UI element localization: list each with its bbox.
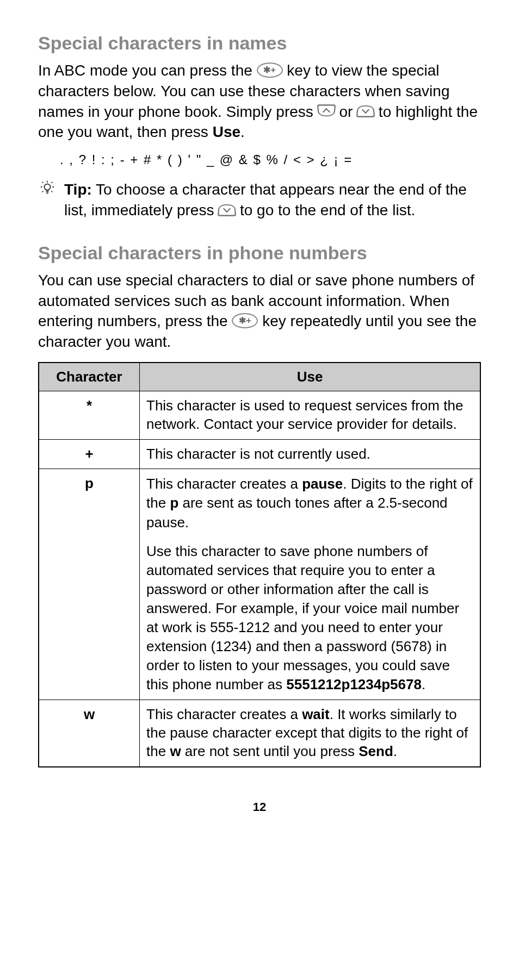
table-header-row: Character Use bbox=[39, 363, 480, 391]
star-key-label: ✱+ bbox=[263, 65, 275, 74]
char-cell: * bbox=[39, 391, 140, 439]
text-bold: p bbox=[170, 495, 178, 511]
text-fragment: In ABC mode you can press the bbox=[38, 62, 257, 79]
table-row: w This character creates a wait. It work… bbox=[39, 700, 480, 767]
text-bold: pause bbox=[302, 476, 343, 492]
star-key-icon: ✱+ bbox=[257, 63, 283, 78]
text-fragment: or bbox=[335, 103, 357, 120]
para-names-intro: In ABC mode you can press the ✱+ key to … bbox=[38, 60, 481, 142]
text-fragment: to go to the end of the list. bbox=[236, 202, 415, 219]
svg-point-0 bbox=[44, 184, 50, 190]
special-chars-table: Character Use * This character is used t… bbox=[38, 362, 481, 767]
text-bold: wait bbox=[302, 706, 330, 722]
text-fragment: . bbox=[422, 676, 425, 692]
text-bold: w bbox=[170, 743, 181, 759]
page-number: 12 bbox=[38, 800, 481, 814]
use-cell: This character is not currently used. bbox=[140, 439, 481, 469]
text-fragment: This character creates a bbox=[146, 476, 302, 492]
text-bold: Send bbox=[359, 743, 393, 759]
use-cell: This character creates a wait. It works … bbox=[140, 700, 481, 767]
heading-special-chars-numbers: Special characters in phone numbers bbox=[38, 242, 481, 264]
para-numbers-intro: You can use special characters to dial o… bbox=[38, 270, 481, 352]
star-key-label: ✱+ bbox=[239, 316, 251, 325]
col-header-character: Character bbox=[39, 363, 140, 391]
char-cell: p bbox=[39, 469, 140, 700]
nav-down-key-icon bbox=[218, 204, 237, 216]
char-cell: + bbox=[39, 439, 140, 469]
nav-down-key-icon bbox=[356, 105, 375, 117]
tip-label: Tip: bbox=[64, 181, 92, 198]
table-row: + This character is not currently used. bbox=[39, 439, 480, 469]
tip-block: Tip: To choose a character that appears … bbox=[38, 179, 481, 221]
text-fragment: Use this character to save phone numbers… bbox=[146, 543, 459, 693]
nav-up-key-icon bbox=[317, 104, 336, 116]
text-fragment: are not sent until you press bbox=[181, 743, 359, 759]
use-cell: This character is used to request servic… bbox=[140, 391, 481, 439]
text-fragment: . bbox=[240, 123, 245, 140]
text-fragment: are sent as touch tones after a 2.5-seco… bbox=[146, 495, 448, 530]
col-header-use: Use bbox=[140, 363, 481, 391]
use-label: Use bbox=[213, 123, 240, 140]
table-row: * This character is used to request serv… bbox=[39, 391, 480, 439]
special-chars-list: . , ? ! : ; - + # * ( ) ' " _ @ & $ % / … bbox=[60, 152, 481, 167]
use-cell: This character creates a pause. Digits t… bbox=[140, 469, 481, 700]
text-fragment: This character creates a bbox=[146, 706, 302, 722]
star-key-icon: ✱+ bbox=[232, 313, 258, 328]
table-row: p This character creates a pause. Digits… bbox=[39, 469, 480, 700]
heading-special-chars-names: Special characters in names bbox=[38, 33, 481, 54]
tip-text: Tip: To choose a character that appears … bbox=[64, 179, 481, 221]
text-fragment: . bbox=[393, 743, 397, 759]
tip-lightbulb-icon bbox=[38, 179, 57, 221]
text-bold: 5551212p1234p5678 bbox=[286, 676, 422, 692]
char-cell: w bbox=[39, 700, 140, 767]
